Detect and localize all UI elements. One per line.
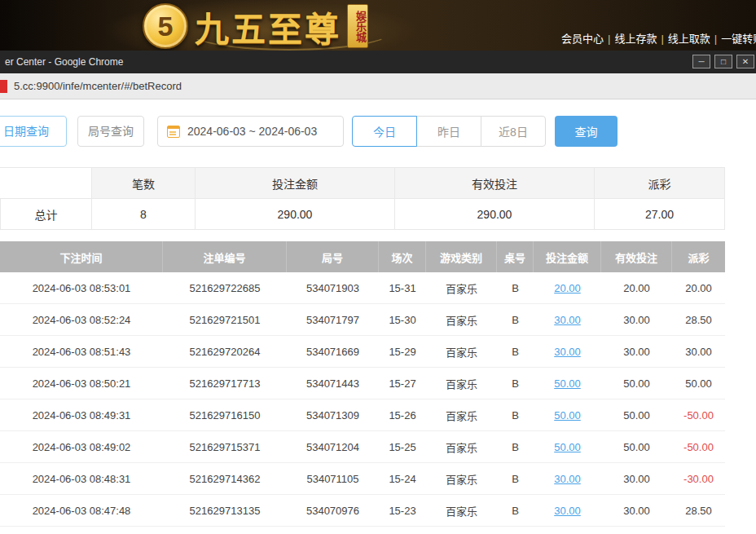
date-range-value: 2024-06-03 ~ 2024-06-03 — [187, 125, 317, 138]
bet-table-cell: 2024-06-03 08:49:02 — [0, 431, 163, 462]
summary-header-row: 笔数投注金额有效投注派彩 — [0, 168, 725, 199]
bet-record-table: 下注时间注单编号局号场次游戏类别桌号投注金额有效投注派彩 2024-06-03 … — [0, 241, 725, 527]
quick-range-group: 今日昨日近8日 — [352, 116, 546, 147]
bet-table-cell: 50.00 — [534, 368, 601, 399]
bet-table-cell: -50.00 — [672, 399, 725, 430]
bet-amount-link[interactable]: 50.00 — [554, 377, 581, 390]
bet-table-cell: B — [497, 431, 534, 462]
bet-table-cell: 521629717713 — [163, 368, 287, 399]
summary-header-cell: 投注金额 — [196, 168, 395, 199]
bet-table-cell: 30.00 — [534, 336, 601, 367]
bet-table-cell: 534071669 — [287, 336, 379, 367]
bet-table-header-cell: 下注时间 — [0, 241, 163, 272]
bet-table-header-cell: 有效投注 — [601, 241, 672, 272]
table-row: 2024-06-03 08:48:31521629714362534071105… — [0, 463, 725, 495]
calendar-icon — [167, 126, 180, 138]
top-nav: 会员中心|线上存款|线上取款|一键转账 — [557, 30, 756, 46]
date-range-input[interactable]: 2024-06-03 ~ 2024-06-03 — [157, 116, 344, 147]
bet-table-cell: 2024-06-03 08:49:31 — [0, 399, 163, 430]
bet-table-cell: 百家乐 — [426, 272, 497, 303]
table-row: 2024-06-03 08:49:02521629715371534071204… — [0, 431, 725, 463]
bet-table-cell: 2024-06-03 08:51:43 — [0, 336, 163, 367]
top-nav-item[interactable]: 会员中心 — [561, 33, 604, 45]
bet-table-cell: 28.50 — [672, 304, 725, 335]
bet-table-cell: 534071903 — [287, 272, 379, 303]
bet-table-cell: 534071443 — [287, 368, 379, 399]
bet-table-cell: 2024-06-03 08:48:31 — [0, 463, 163, 494]
bet-table-header-cell: 场次 — [379, 241, 426, 272]
close-button[interactable]: ✕ — [736, 55, 754, 68]
bet-table-cell: 534070976 — [287, 495, 379, 526]
bet-table-cell: B — [497, 272, 534, 303]
bet-table-cell: 百家乐 — [426, 399, 497, 430]
bet-table-cell: B — [497, 463, 534, 494]
summary-value-cell: 290.00 — [196, 199, 395, 230]
table-row: 2024-06-03 08:53:01521629722685534071903… — [0, 272, 725, 304]
top-nav-item[interactable]: 一键转账 — [721, 33, 756, 45]
quick-last8days-button[interactable]: 近8日 — [481, 116, 546, 147]
bet-table-cell: 30.00 — [601, 495, 672, 526]
bet-table-cell: -30.00 — [672, 463, 725, 494]
bet-table-cell: 50.00 — [534, 399, 601, 430]
screenshot-stage: 5 九五至尊 娱乐城 会员中心|线上存款|线上取款|一键转账 er Center… — [0, 0, 756, 534]
tab-round-query[interactable]: 局号查询 — [77, 116, 144, 147]
bet-table-cell: 30.00 — [534, 495, 601, 526]
minimize-button[interactable]: ─ — [692, 55, 710, 68]
bet-amount-link[interactable]: 20.00 — [554, 282, 581, 294]
bet-table-cell: 20.00 — [672, 272, 725, 303]
bet-amount-link[interactable]: 30.00 — [554, 473, 581, 485]
table-row: 2024-06-03 08:47:48521629713135534070976… — [0, 495, 725, 527]
url-text[interactable]: 5.cc:9900/infe/mcenter/#/betRecord — [14, 80, 182, 92]
tab-date-query[interactable]: 日期查询 — [0, 116, 67, 147]
bet-table-cell: 15-25 — [379, 431, 426, 462]
top-nav-item[interactable]: 线上存款 — [614, 33, 657, 45]
table-row: 2024-06-03 08:51:43521629720264534071669… — [0, 336, 725, 368]
bet-table-cell: 30.00 — [601, 336, 672, 367]
bet-amount-link[interactable]: 30.00 — [554, 505, 581, 517]
search-button[interactable]: 查询 — [555, 116, 618, 147]
summary-value-cell: 290.00 — [395, 199, 595, 230]
bet-table-header-cell: 注单编号 — [163, 241, 287, 272]
bet-table-cell: 521629721501 — [163, 304, 287, 335]
bet-amount-link[interactable]: 50.00 — [554, 441, 581, 453]
bet-amount-link[interactable]: 30.00 — [554, 346, 581, 358]
bet-table-cell: 百家乐 — [426, 368, 497, 399]
bet-table-cell: 20.00 — [601, 272, 672, 303]
bet-amount-link[interactable]: 30.00 — [554, 314, 581, 326]
bet-amount-link[interactable]: 50.00 — [554, 409, 581, 421]
quick-today-button[interactable]: 今日 — [352, 116, 417, 147]
summary-value-cell: 总计 — [0, 199, 92, 230]
bet-table-cell: 521629713135 — [163, 495, 287, 526]
bet-table-cell: 百家乐 — [426, 463, 497, 494]
bet-table-cell: 15-26 — [379, 399, 426, 430]
bet-table-header-cell: 游戏类别 — [426, 241, 497, 272]
bet-table-cell: 2024-06-03 08:50:21 — [0, 368, 163, 399]
maximize-button[interactable]: □ — [714, 55, 732, 68]
top-nav-item[interactable]: 线上取款 — [668, 33, 710, 45]
bet-table-cell: 534071797 — [287, 304, 379, 335]
bet-table-cell: 50.00 — [601, 431, 672, 462]
bet-table-header-cell: 局号 — [287, 241, 379, 272]
summary-total-row: 总计8290.00290.0027.00 — [0, 199, 725, 230]
bet-table-cell: B — [497, 399, 534, 430]
bet-table-header-cell: 投注金额 — [534, 241, 601, 272]
bet-table-cell: 15-27 — [379, 368, 426, 399]
bet-table-cell: 534071105 — [287, 463, 379, 494]
bet-table-cell: -50.00 — [672, 431, 725, 462]
browser-urlbar[interactable]: 5.cc:9900/infe/mcenter/#/betRecord — [0, 73, 756, 99]
bet-table-cell: 521629720264 — [163, 336, 287, 367]
quick-yesterday-button[interactable]: 昨日 — [416, 116, 481, 147]
bet-table-cell: 百家乐 — [426, 431, 497, 462]
bet-table-cell: 30.00 — [534, 304, 601, 335]
summary-header-cell: 派彩 — [595, 168, 725, 199]
summary-header-cell: 有效投注 — [395, 168, 595, 199]
bet-table-cell: 2024-06-03 08:52:24 — [0, 304, 163, 335]
bet-table-cell: 521629715371 — [163, 431, 287, 462]
bet-table-cell: 28.50 — [672, 495, 725, 526]
browser-titlebar[interactable]: er Center - Google Chrome ─□✕ — [0, 51, 756, 73]
coin-digit: 5 — [158, 11, 174, 42]
bet-table-cell: 15-30 — [379, 304, 426, 335]
table-row: 2024-06-03 08:50:21521629717713534071443… — [0, 368, 725, 399]
bet-table-cell: 50.00 — [601, 399, 672, 430]
window-title: er Center - Google Chrome — [5, 56, 123, 68]
